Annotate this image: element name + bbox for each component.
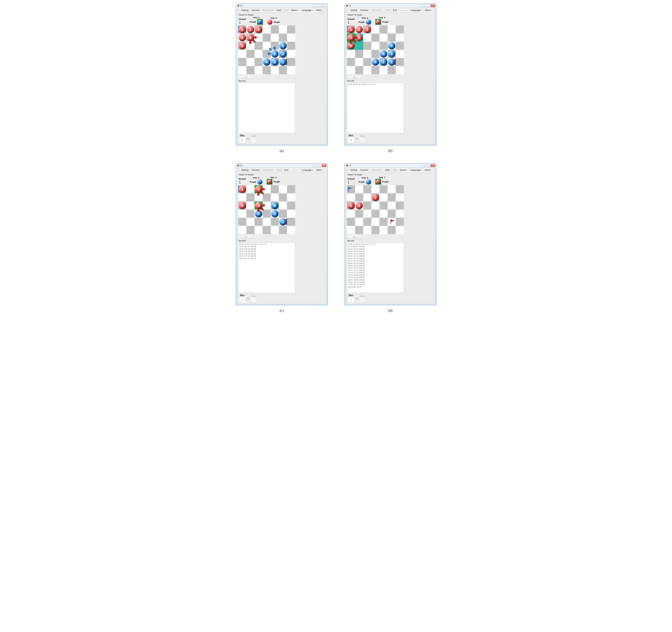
menu-game[interactable]: Game▾ — [399, 169, 409, 172]
board-cell[interactable] — [287, 66, 295, 74]
board-cell[interactable] — [263, 226, 271, 234]
board-cell[interactable] — [255, 42, 263, 50]
board-cell[interactable] — [347, 193, 355, 201]
board-cell[interactable] — [380, 33, 388, 42]
close-button[interactable]: ✕ — [431, 4, 435, 7]
input-field[interactable] — [360, 137, 365, 143]
menu-setting[interactable]: Setting — [240, 9, 250, 12]
board-cell[interactable] — [238, 210, 246, 218]
board-cell[interactable] — [363, 210, 371, 218]
minimize-button[interactable]: — — [421, 4, 425, 7]
board-cell[interactable] — [363, 50, 371, 58]
board-cell[interactable] — [255, 33, 263, 42]
close-button[interactable]: ✕ — [322, 164, 327, 167]
board-cell[interactable] — [355, 185, 363, 193]
red-piece-2[interactable]: 2 — [356, 26, 363, 33]
board-cell[interactable] — [388, 201, 396, 210]
menu-language[interactable]: Language▾ — [300, 9, 315, 12]
board-cell[interactable] — [355, 66, 363, 74]
menubar[interactable]: Setting Connect Disconnect Start End Gam… — [347, 168, 434, 172]
board-cell[interactable] — [380, 210, 388, 218]
red-piece-2[interactable]: 2 — [255, 185, 262, 193]
red-piece-2[interactable]: 2 — [372, 194, 379, 201]
titlebar[interactable]: UI — ▭ ✕ — [236, 163, 328, 167]
blue-piece-4[interactable]: 4 — [263, 58, 270, 66]
ok-button[interactable]: OK — [238, 235, 254, 239]
board-cell[interactable] — [271, 218, 279, 226]
board-cell[interactable] — [287, 58, 295, 66]
board-cell[interactable] — [363, 66, 371, 74]
board-cell[interactable] — [396, 58, 404, 66]
board-cell[interactable] — [380, 218, 388, 226]
board-cell[interactable] — [371, 42, 380, 50]
board-cell[interactable] — [371, 185, 380, 193]
blue-piece-6[interactable]: 6 — [271, 202, 279, 209]
maximize-button[interactable]: ▭ — [317, 4, 321, 7]
board-cell[interactable] — [371, 226, 380, 234]
board-cell[interactable] — [263, 193, 271, 201]
board-cell[interactable] — [388, 25, 396, 33]
board-cell[interactable] — [238, 58, 246, 66]
maximize-button[interactable]: ▭ — [426, 164, 430, 167]
board-cell[interactable] — [287, 193, 295, 201]
red-piece-5[interactable]: 5 — [356, 34, 363, 41]
titlebar[interactable]: UI — ▭ ✕ — [345, 4, 436, 7]
close-button[interactable]: ✕ — [322, 4, 327, 7]
input-field[interactable] — [251, 137, 257, 143]
board-cell[interactable] — [347, 210, 355, 218]
titlebar[interactable]: UI — ▭ ✕ — [236, 4, 328, 7]
board-cell[interactable] — [238, 66, 246, 74]
board-cell[interactable] — [238, 50, 246, 58]
blue-piece-6[interactable]: 6 — [388, 42, 395, 49]
menu-start[interactable]: Start — [384, 169, 391, 172]
blue-piece-5[interactable]: 5 — [271, 50, 279, 57]
board-cell[interactable] — [363, 42, 371, 50]
record-text[interactable]: ini 25 24 20 23 19 15 1 2 3 6 7 11 01 R … — [238, 243, 295, 293]
menu-other[interactable]: Other▾ — [315, 169, 325, 172]
red-piece-6[interactable]: 6 — [239, 42, 246, 49]
board-cell[interactable] — [396, 218, 404, 226]
red-piece-4[interactable]: 4 — [347, 34, 355, 41]
board-cell[interactable] — [287, 185, 295, 193]
board-cell[interactable] — [371, 25, 380, 33]
board-cell[interactable] — [396, 193, 404, 201]
close-button[interactable]: ✕ — [431, 164, 435, 167]
board-cell[interactable] — [363, 218, 371, 226]
board-cell[interactable] — [263, 33, 271, 42]
red-piece-2[interactable]: 2 — [247, 26, 254, 33]
ok-button[interactable]: OK — [238, 75, 254, 79]
board-cell[interactable] — [263, 66, 271, 74]
board-cell[interactable] — [263, 218, 271, 226]
board-cell[interactable] — [287, 50, 295, 58]
board-cell[interactable] — [363, 33, 371, 42]
board-cell[interactable] — [255, 218, 263, 226]
board-cell[interactable] — [271, 193, 279, 201]
minimize-button[interactable]: — — [312, 4, 316, 7]
menu-language[interactable]: Language▾ — [409, 9, 424, 12]
board-cell[interactable] — [388, 210, 396, 218]
board-cell[interactable] — [263, 201, 271, 210]
menu-game[interactable]: Game▾ — [399, 9, 409, 12]
board-cell[interactable] — [396, 185, 404, 193]
red-piece-4[interactable]: 4 — [239, 34, 246, 41]
board-cell[interactable] — [271, 66, 279, 74]
minimize-button[interactable]: — — [421, 164, 425, 167]
board-cell[interactable] — [246, 185, 255, 193]
board-cell[interactable] — [347, 50, 355, 58]
board-cell[interactable] — [279, 210, 287, 218]
red-piece-3[interactable]: 3 — [364, 26, 371, 33]
board-cell[interactable] — [388, 33, 396, 42]
board-cell[interactable] — [271, 33, 279, 42]
board-cell[interactable] — [238, 226, 246, 234]
board-cell[interactable] — [238, 218, 246, 226]
game-board[interactable]: 261 — [347, 185, 404, 234]
menubar[interactable]: Setting Connect Disconnect Start End Gam… — [347, 8, 434, 12]
board-cell[interactable] — [263, 42, 271, 50]
board-cell[interactable] — [355, 50, 363, 58]
blue-piece-1[interactable]: 1 — [279, 218, 287, 226]
game-board[interactable]: 12646431 — [238, 185, 295, 234]
blue-piece-1[interactable]: 1 — [388, 58, 395, 66]
board-cell[interactable] — [246, 66, 255, 74]
board-cell[interactable] — [347, 58, 355, 66]
board-cell[interactable] — [363, 226, 371, 234]
